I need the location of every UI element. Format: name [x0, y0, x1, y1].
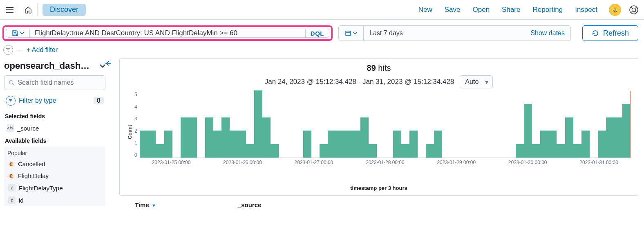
index-pattern-name: opensearch_dashbo… — [4, 61, 90, 71]
calendar-icon — [345, 30, 351, 36]
filter-bar: – + Add filter — [0, 41, 644, 58]
sort-descending-icon: ▼ — [152, 203, 156, 208]
save-link[interactable]: Save — [445, 6, 461, 14]
svg-rect-2 — [346, 31, 351, 36]
search-icon — [9, 79, 14, 86]
query-bar-highlight-annotation: DQL — [2, 25, 333, 41]
chevron-down-icon — [353, 32, 357, 34]
string-field-icon: t — [8, 184, 16, 192]
popular-fields-group: Popular ◐ Cancelled ◐ FlightDelay t Flig… — [4, 147, 105, 206]
column-source[interactable]: _source — [238, 201, 262, 208]
svg-point-3 — [9, 81, 13, 84]
hit-count-number: 89 — [367, 63, 376, 72]
refresh-label: Refresh — [603, 29, 629, 38]
column-time[interactable]: Time ▼ — [135, 201, 156, 208]
field-item-flightdelay[interactable]: ◐ FlightDelay — [6, 170, 104, 182]
filter-by-type-count: 0 — [94, 97, 104, 104]
filter-by-type-label: Filter by type — [19, 97, 56, 104]
menu-toggle-button[interactable] — [2, 2, 18, 18]
show-dates-link[interactable]: Show dates — [530, 29, 565, 37]
field-label: _source — [17, 125, 39, 132]
field-search-container — [4, 75, 105, 90]
hamburger-icon — [6, 7, 13, 13]
add-filter-button[interactable]: + Add filter — [27, 46, 58, 54]
chart-date-range: Jan 24, 2023 @ 15:12:34.428 - Jan 31, 20… — [265, 78, 454, 86]
field-item-id[interactable]: t id — [6, 194, 104, 206]
chart-plot-area: 2023-01-25 00:002023-01-26 00:002023-01-… — [140, 91, 631, 165]
filter-by-type-button[interactable]: Filter by type 0 — [4, 93, 105, 110]
query-input[interactable] — [35, 29, 300, 37]
yaxis-ticks: 543210 — [134, 91, 140, 158]
reporting-link[interactable]: Reporting — [532, 6, 563, 14]
home-icon — [24, 6, 32, 14]
boolean-field-icon: ◐ — [8, 173, 15, 179]
histogram-panel: 89 hits Jan 24, 2023 @ 15:12:34.428 - Ja… — [119, 58, 638, 196]
help-button[interactable] — [628, 5, 639, 15]
selected-fields-heading: Selected fields — [5, 113, 105, 120]
divider — [19, 3, 19, 16]
filter-icon — [9, 99, 13, 103]
date-range-label: Last 7 days — [369, 29, 403, 37]
field-search-input[interactable] — [18, 79, 101, 86]
lifebuoy-icon — [629, 5, 639, 15]
field-item-source[interactable]: </> _source — [4, 122, 105, 134]
filter-icon-circle — [6, 96, 16, 106]
popular-label: Popular — [6, 149, 104, 158]
top-nav-actions: New Save Open Share Reporting Inspect — [418, 6, 597, 14]
fields-sidebar: opensearch_dashbo… Filter by type 0 Sele… — [0, 58, 110, 222]
quick-date-button[interactable] — [338, 25, 364, 41]
filter-icon — [6, 47, 11, 52]
field-item-flightdelaytype[interactable]: t FlightDelayType — [6, 182, 104, 194]
hit-count-word: hits — [378, 63, 391, 72]
date-picker-group: Last 7 days Show dates — [338, 25, 571, 41]
field-label: FlightDelayType — [19, 185, 63, 192]
top-nav: Discover New Save Open Share Reporting I… — [0, 0, 644, 20]
field-item-cancelled[interactable]: ◐ Cancelled — [6, 158, 104, 170]
string-field-icon: t — [8, 196, 16, 204]
refresh-button[interactable]: Refresh — [582, 25, 638, 41]
divider — [37, 3, 38, 16]
index-pattern-selector[interactable]: opensearch_dashbo… — [4, 61, 105, 71]
source-field-icon: </> — [7, 124, 14, 132]
breadcrumb[interactable]: Discover — [42, 4, 86, 16]
yaxis-title: Count — [127, 125, 133, 139]
query-language-switch[interactable]: DQL — [306, 29, 329, 38]
collapse-left-icon — [104, 61, 112, 66]
open-link[interactable]: Open — [473, 6, 490, 14]
xaxis-title: timestamp per 3 hours — [127, 185, 631, 195]
hit-count: 89 hits — [127, 63, 631, 73]
user-avatar[interactable]: a — [609, 4, 621, 16]
new-link[interactable]: New — [418, 6, 432, 14]
interval-select[interactable]: Auto ▾ — [460, 75, 493, 88]
chart-subheader: Jan 24, 2023 @ 15:12:34.428 - Jan 31, 20… — [127, 75, 631, 88]
refresh-icon — [592, 29, 599, 37]
current-time-marker — [630, 91, 631, 158]
field-label: Cancelled — [18, 160, 45, 167]
home-button[interactable] — [20, 2, 36, 18]
interval-value: Auto — [465, 78, 479, 85]
query-input-container — [29, 29, 306, 38]
chevron-down-icon: ▾ — [485, 78, 488, 86]
chevron-down-icon — [20, 32, 24, 34]
date-range-display[interactable]: Last 7 days Show dates — [364, 25, 571, 41]
svg-point-1 — [632, 8, 636, 11]
results-content: 89 hits Jan 24, 2023 @ 15:12:34.428 - Ja… — [110, 58, 644, 222]
saved-queries-button[interactable] — [6, 29, 29, 38]
disk-icon — [12, 30, 18, 36]
inspect-link[interactable]: Inspect — [575, 6, 597, 14]
query-bar-row: DQL Last 7 days Show dates Refresh — [0, 20, 644, 41]
results-table-header: Time ▼ _source — [119, 196, 638, 210]
filter-settings-button[interactable] — [3, 45, 13, 55]
histogram-chart[interactable]: Count 543210 2023-01-25 00:002023-01-26 … — [127, 91, 631, 173]
available-fields-heading: Available fields — [5, 138, 105, 144]
boolean-field-icon: ◐ — [8, 161, 15, 167]
xaxis-ticks: 2023-01-25 00:002023-01-26 00:002023-01-… — [140, 160, 631, 165]
share-link[interactable]: Share — [502, 6, 520, 14]
bars-container — [140, 91, 631, 158]
field-label: FlightDelay — [18, 172, 49, 179]
collapse-sidebar-button[interactable] — [104, 61, 112, 66]
field-label: id — [19, 197, 24, 204]
main-area: opensearch_dashbo… Filter by type 0 Sele… — [0, 58, 644, 222]
